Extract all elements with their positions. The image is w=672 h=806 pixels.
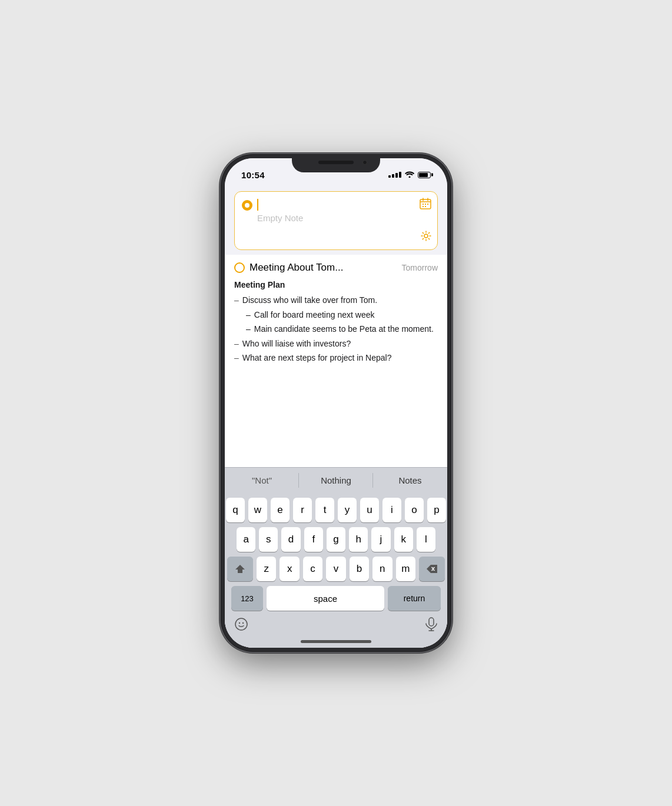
mic-icon[interactable] <box>425 617 438 634</box>
list-item: – Discuss who will take over from Tom. <box>234 294 438 307</box>
svg-point-10 <box>235 618 247 630</box>
home-indicator-row <box>225 638 447 648</box>
key-j[interactable]: j <box>371 527 390 552</box>
backspace-key[interactable] <box>419 557 445 581</box>
autocomplete-bar: "Not" Nothing Notes <box>225 467 447 493</box>
emoji-icon[interactable] <box>234 617 248 634</box>
notes-list: Meeting About Tom... Tomorrow Meeting Pl… <box>225 255 447 467</box>
key-p[interactable]: p <box>427 498 446 522</box>
meeting-content: Meeting Plan – Discuss who will take ove… <box>234 278 438 364</box>
list-item: – Call for board meeting next week <box>246 308 438 321</box>
battery-icon <box>418 172 431 178</box>
svg-point-11 <box>239 622 240 623</box>
autocomplete-item-3[interactable]: Notes <box>373 468 447 493</box>
wifi-icon <box>405 171 414 179</box>
svg-rect-6 <box>427 204 428 205</box>
phone-screen: 10:54 <box>225 158 447 648</box>
key-z[interactable]: z <box>257 557 276 581</box>
key-o[interactable]: o <box>405 498 424 522</box>
key-a[interactable]: a <box>237 527 255 552</box>
key-d[interactable]: d <box>281 527 300 552</box>
svg-rect-7 <box>423 206 424 207</box>
svg-point-12 <box>242 622 244 623</box>
new-note-placeholder: Empty Note <box>242 211 430 223</box>
notch <box>292 155 380 172</box>
key-r[interactable]: r <box>293 498 312 522</box>
meeting-section-title: Meeting Plan <box>234 278 438 291</box>
keyboard: q w e r t y u i o p a s d f g <box>225 493 447 618</box>
svg-rect-5 <box>425 204 426 205</box>
key-n[interactable]: n <box>372 557 392 581</box>
key-s[interactable]: s <box>259 527 278 552</box>
new-note-card[interactable]: Empty Note <box>234 191 438 250</box>
autocomplete-item-2[interactable]: Nothing <box>299 468 373 493</box>
key-u[interactable]: u <box>360 498 379 522</box>
gear-icon[interactable] <box>421 231 431 244</box>
key-q[interactable]: q <box>226 498 245 522</box>
key-y[interactable]: y <box>338 498 357 522</box>
meeting-title: Meeting About Tom... <box>249 262 397 274</box>
list-item: – Who will liaise with investors? <box>234 337 438 350</box>
note-bullet-icon <box>242 200 252 211</box>
num-key[interactable]: 123 <box>231 586 263 611</box>
meeting-note-item[interactable]: Meeting About Tom... Tomorrow Meeting Pl… <box>225 255 447 372</box>
bottom-bar <box>225 618 447 638</box>
svg-rect-8 <box>425 206 426 207</box>
key-f[interactable]: f <box>304 527 323 552</box>
key-e[interactable]: e <box>271 498 290 522</box>
key-g[interactable]: g <box>327 527 345 552</box>
space-key[interactable]: space <box>267 586 384 611</box>
key-t[interactable]: t <box>315 498 334 522</box>
meeting-date: Tomorrow <box>402 263 438 272</box>
speaker <box>318 161 354 164</box>
status-time: 10:54 <box>241 170 265 180</box>
meeting-bullet-icon <box>234 262 245 273</box>
list-item: – What are next steps for project in Nep… <box>234 351 438 364</box>
return-key[interactable]: return <box>388 586 441 611</box>
meeting-note-header: Meeting About Tom... Tomorrow <box>234 262 438 274</box>
key-i[interactable]: i <box>382 498 401 522</box>
camera <box>362 160 367 165</box>
key-c[interactable]: c <box>303 557 322 581</box>
keyboard-row-3: z x c v b n m <box>227 557 445 581</box>
phone-device: 10:54 <box>221 155 451 651</box>
home-indicator <box>301 640 371 643</box>
autocomplete-item-1[interactable]: "Not" <box>225 468 299 493</box>
key-b[interactable]: b <box>350 557 369 581</box>
key-l[interactable]: l <box>417 527 435 552</box>
keyboard-row-1: q w e r t y u i o p <box>227 498 445 522</box>
key-x[interactable]: x <box>280 557 299 581</box>
key-w[interactable]: w <box>248 498 267 522</box>
shift-key[interactable] <box>227 557 253 581</box>
text-cursor <box>257 199 258 211</box>
keyboard-row-4: 123 space return <box>227 586 445 611</box>
key-v[interactable]: v <box>326 557 345 581</box>
list-item: – Main candidate seems to be Peta at the… <box>246 322 438 335</box>
svg-point-9 <box>424 234 428 238</box>
svg-rect-13 <box>429 618 434 626</box>
key-m[interactable]: m <box>396 557 415 581</box>
key-k[interactable]: k <box>394 527 413 552</box>
key-h[interactable]: h <box>349 527 368 552</box>
svg-rect-4 <box>423 204 424 205</box>
signal-icon <box>388 172 401 178</box>
app-content: Empty Note Meeting About Tom... Tomorrow <box>225 184 447 648</box>
calendar-icon[interactable] <box>420 198 431 212</box>
status-icons <box>388 171 431 179</box>
keyboard-row-2: a s d f g h j k l <box>227 527 445 552</box>
